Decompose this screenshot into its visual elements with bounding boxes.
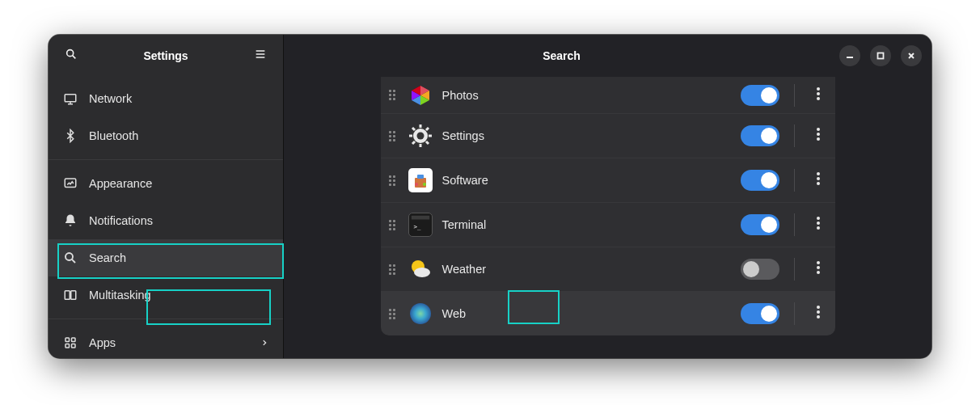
sidebar-header: Settings	[49, 35, 283, 77]
svg-rect-12	[71, 291, 76, 300]
svg-point-62	[410, 303, 431, 324]
search-app-toggle[interactable]	[741, 170, 779, 191]
svg-point-65	[817, 315, 820, 319]
svg-point-56	[817, 226, 820, 230]
display-icon	[63, 91, 78, 106]
sidebar-item-label: Network	[89, 92, 132, 105]
row-separator	[794, 84, 795, 107]
search-app-toggle[interactable]	[741, 85, 779, 106]
svg-point-59	[817, 261, 820, 264]
drag-handle-icon[interactable]	[386, 307, 399, 320]
window-maximize-button[interactable]	[870, 45, 891, 66]
sidebar-item-appearance[interactable]: Appearance	[49, 165, 283, 202]
search-app-row: Web	[381, 291, 835, 335]
sidebar-item-notifications[interactable]: Notifications	[49, 202, 283, 239]
search-app-row: Photos	[381, 77, 835, 113]
kebab-icon	[817, 217, 820, 233]
bluetooth-icon	[63, 129, 78, 143]
svg-point-30	[817, 97, 820, 100]
svg-rect-45	[415, 178, 426, 188]
svg-line-38	[412, 128, 415, 130]
svg-point-43	[817, 133, 820, 136]
drag-handle-icon[interactable]	[386, 129, 399, 142]
svg-point-28	[817, 87, 820, 91]
chevron-right-icon	[260, 336, 268, 349]
svg-point-54	[817, 217, 820, 220]
svg-rect-16	[72, 344, 76, 348]
svg-point-63	[817, 306, 820, 309]
search-app-row: Settings	[381, 113, 835, 158]
sidebar: Settings Network Bluetooth	[49, 35, 284, 358]
sidebar-search-button[interactable]	[58, 43, 84, 69]
search-app-toggle[interactable]	[741, 259, 779, 280]
window-close-button[interactable]	[901, 45, 922, 66]
svg-point-42	[817, 128, 820, 131]
svg-point-51	[817, 182, 820, 185]
svg-point-0	[67, 50, 74, 57]
svg-rect-5	[65, 95, 76, 102]
sidebar-list: Network Bluetooth Appearance Notificatio	[49, 77, 283, 358]
svg-point-58	[414, 268, 430, 277]
kebab-icon	[817, 261, 820, 277]
svg-point-33	[416, 133, 424, 140]
search-app-toggle[interactable]	[741, 214, 779, 235]
svg-line-10	[72, 259, 75, 263]
row-separator	[794, 213, 795, 236]
drag-handle-icon[interactable]	[386, 89, 399, 102]
search-icon	[65, 48, 78, 64]
svg-point-64	[817, 310, 820, 314]
row-menu-button[interactable]	[809, 213, 827, 236]
row-menu-button[interactable]	[809, 258, 827, 281]
search-app-toggle[interactable]	[741, 303, 779, 324]
svg-point-61	[817, 271, 820, 274]
settings-app-icon	[408, 124, 433, 148]
sidebar-item-label: Multitasking	[89, 289, 151, 302]
sidebar-item-multitasking[interactable]: Multitasking	[49, 276, 283, 314]
drag-handle-icon[interactable]	[386, 263, 399, 276]
svg-text:>_: >_	[413, 223, 420, 230]
search-app-label: Web	[442, 307, 731, 320]
drag-handle-icon[interactable]	[386, 174, 399, 187]
sidebar-item-label: Notifications	[89, 214, 153, 227]
search-icon	[63, 251, 78, 265]
search-app-row: Weather	[381, 247, 835, 291]
kebab-icon	[817, 87, 820, 103]
drag-handle-icon[interactable]	[386, 218, 399, 231]
window-minimize-button[interactable]	[839, 45, 860, 66]
sidebar-item-label: Bluetooth	[89, 129, 138, 142]
search-app-toggle[interactable]	[741, 125, 779, 146]
sidebar-separator	[49, 319, 283, 319]
multitasking-icon	[63, 288, 78, 302]
row-menu-button[interactable]	[809, 124, 827, 147]
svg-point-47	[415, 183, 418, 186]
row-menu-button[interactable]	[809, 302, 827, 325]
weather-app-icon	[408, 257, 433, 281]
sidebar-item-label: Apps	[89, 336, 116, 349]
sidebar-item-search[interactable]: Search	[49, 239, 283, 276]
svg-line-41	[426, 128, 429, 130]
sidebar-item-label: Search	[89, 251, 126, 264]
maximize-icon	[877, 49, 885, 63]
sidebar-title: Settings	[91, 49, 241, 62]
sidebar-item-bluetooth[interactable]: Bluetooth	[49, 117, 283, 154]
svg-rect-8	[65, 179, 76, 188]
row-separator	[794, 124, 795, 147]
row-menu-button[interactable]	[809, 169, 827, 192]
svg-point-48	[423, 183, 426, 186]
sidebar-item-network[interactable]: Network	[49, 80, 283, 117]
hamburger-icon	[254, 48, 267, 64]
svg-rect-52	[411, 216, 429, 220]
kebab-icon	[817, 128, 820, 144]
sidebar-menu-button[interactable]	[247, 43, 273, 69]
svg-point-9	[65, 253, 73, 260]
photos-app-icon	[408, 83, 433, 108]
svg-point-55	[817, 221, 820, 225]
svg-rect-46	[417, 175, 424, 179]
search-app-label: Terminal	[442, 218, 731, 231]
svg-rect-11	[65, 291, 70, 300]
sidebar-item-apps[interactable]: Apps	[49, 324, 283, 358]
main-title: Search	[294, 49, 830, 62]
row-menu-button[interactable]	[809, 84, 827, 107]
svg-line-1	[73, 56, 76, 59]
svg-rect-14	[72, 338, 76, 342]
